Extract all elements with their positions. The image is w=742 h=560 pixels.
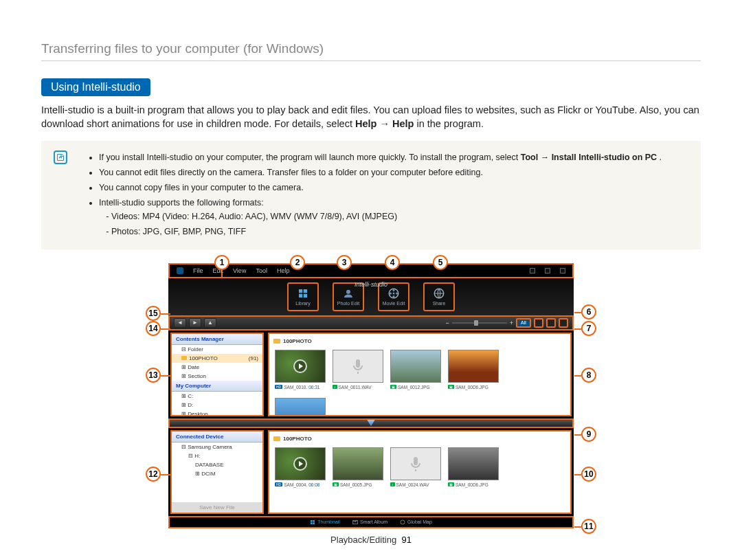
tree-row-h[interactable]: ⊟ H: [172, 451, 262, 460]
intro-help-2: Help [392, 118, 414, 129]
menu-view[interactable]: View [233, 267, 246, 274]
callout-line [574, 474, 581, 475]
note-bullet-1d: Install Intelli-studio on PC [552, 153, 657, 162]
lower-content-panel: 100PHOTO HDSAM_0004. 00:08 ▣SAM_0005.JPG… [268, 430, 572, 514]
filter-all-button[interactable]: All [516, 318, 531, 328]
controls-bar: ◄ ► ▲ − + All [168, 315, 574, 331]
tree-row-section[interactable]: ⊞ Section [172, 372, 262, 381]
thumbnail-item[interactable]: ▣SAM_0005.JPG [333, 447, 383, 487]
share-icon [433, 287, 445, 300]
window-minimize-button[interactable] [530, 268, 535, 273]
thumbnail-name: SAM_0010. [284, 385, 307, 390]
svg-rect-2 [299, 294, 302, 298]
svg-rect-13 [313, 520, 315, 522]
my-computer-header: My Computer [172, 381, 262, 392]
svg-rect-14 [311, 522, 313, 524]
callout-3: 3 [337, 255, 352, 270]
svg-point-7 [393, 289, 395, 291]
zoom-slider[interactable] [452, 322, 507, 324]
tree-row-100photo[interactable]: 100PHOTO (91) [172, 354, 262, 363]
filter-photo-button[interactable] [534, 318, 543, 328]
tab-library-label: Library [295, 301, 310, 306]
tree-row-c[interactable]: ⊞ C: [172, 392, 262, 401]
thumbnail-item[interactable]: ▣SAM_00D6.JPG [448, 350, 499, 390]
intro-paragraph: Intelli-studio is a built-in program tha… [41, 103, 701, 131]
group-header-2: 100PHOTO [283, 436, 312, 442]
tab-share[interactable]: Share [423, 282, 455, 311]
movie-edit-icon [387, 287, 400, 300]
zoom-in-button[interactable]: + [510, 320, 513, 326]
thumbnail-item[interactable]: ♪SAM_0024.WAV [390, 447, 441, 487]
thumbnail-name: SAM_00D6.JPG [456, 385, 488, 390]
folder-icon [273, 339, 280, 344]
globe-icon [400, 519, 405, 525]
nav-up-button[interactable]: ▲ [204, 318, 216, 328]
menu-help[interactable]: Help [277, 267, 290, 274]
view-smart-album-button[interactable]: Smart Album [352, 519, 387, 525]
view-global-map-button[interactable]: Global Map [400, 519, 432, 525]
tree-row-d[interactable]: ⊞ D: [172, 401, 262, 410]
nav-back-button[interactable]: ◄ [174, 318, 186, 328]
footer-page-number: 91 [401, 535, 411, 545]
tree-row-camera[interactable]: ⊟ Samsung Camera [172, 443, 262, 451]
microphone-icon [350, 358, 366, 374]
page-footer: Playback/Editing 91 [0, 535, 742, 545]
tree-row-desktop[interactable]: ⊞ Desktop [172, 410, 262, 416]
filter-movie-button[interactable] [546, 318, 556, 328]
smart-album-icon [352, 519, 358, 525]
thumbnail-image [275, 398, 326, 416]
thumbnail-item[interactable]: ▣SAM_00D6.JPG [448, 447, 499, 487]
callout-5: 5 [433, 255, 448, 270]
zoom-out-button[interactable]: − [445, 320, 449, 326]
section-badge: Using Intelli-studio [41, 78, 150, 96]
view-smart-label: Smart Album [360, 519, 387, 524]
callout-11: 11 [581, 519, 596, 534]
filter-audio-button[interactable] [559, 318, 568, 328]
save-new-file-button[interactable]: Save New File [172, 502, 262, 513]
tree-database-label: DATABASE [195, 462, 224, 468]
thumbnail-view-icon [310, 519, 315, 525]
note-bullet-1c: → [541, 153, 552, 162]
intro-help-1: Help [355, 118, 376, 129]
upper-content-panel: 100PHOTO HDSAM_0010. 00:31 ♪SAM_0011.WAV… [268, 333, 572, 416]
tree-row-folder[interactable]: ⊟ Folder [172, 345, 262, 354]
menu-file[interactable]: File [193, 267, 203, 274]
svg-point-6 [393, 293, 395, 295]
tree-h-label: H: [194, 453, 200, 459]
thumbnail-time: 00:31 [308, 385, 319, 390]
folder-icon [181, 356, 187, 360]
window-close-button[interactable] [560, 268, 565, 273]
thumbnail-item[interactable]: ♪SAM_0011.WAV [333, 350, 383, 390]
thumbnail-name: SAM_0024.WAV [396, 482, 429, 487]
thumbnail-item[interactable] [275, 398, 326, 416]
tree-row-database[interactable]: DATABASE [172, 460, 262, 469]
tree-row-date[interactable]: ⊞ Date [172, 363, 262, 372]
tree-date-label: Date [188, 364, 199, 370]
tab-library[interactable]: Library [287, 282, 319, 311]
thumbnail-name: SAM_0004. [284, 482, 307, 487]
thumbnail-name: SAM_0011.WAV [339, 385, 372, 390]
panel-divider[interactable] [168, 418, 574, 428]
menu-tool[interactable]: Tool [256, 267, 267, 274]
contents-manager-panel: Contents Manager ⊟ Folder 100PHOTO (91) … [170, 333, 264, 416]
badge-hd-icon: HD [275, 385, 282, 389]
thumbnail-image [275, 350, 326, 383]
thumbnail-item[interactable]: HDSAM_0010. 00:31 [275, 350, 326, 390]
svg-rect-3 [304, 294, 307, 298]
tree-row-dcim[interactable]: ⊞ DCIM [172, 469, 262, 478]
svg-rect-17 [354, 521, 355, 522]
thumbnail-item[interactable]: HDSAM_0004. 00:08 [275, 447, 326, 487]
tree-c-label: C: [188, 393, 193, 399]
tree-folder-label: Folder [188, 346, 203, 352]
thumbnail-image [448, 350, 499, 383]
window-maximize-button[interactable] [545, 268, 550, 273]
tab-movie-edit-label: Movie Edit [383, 301, 405, 306]
menubar: File Edit View Tool Help [168, 263, 574, 278]
callout-line [574, 312, 581, 313]
svg-point-10 [396, 293, 398, 295]
bottom-view-bar: Thumbnail Smart Album Global Map [168, 516, 574, 528]
nav-forward-button[interactable]: ► [189, 318, 201, 328]
callout-10: 10 [581, 467, 596, 482]
view-thumbnail-button[interactable]: Thumbnail [310, 519, 340, 525]
thumbnail-item[interactable]: ▣SAM_0012.JPG [390, 350, 441, 390]
